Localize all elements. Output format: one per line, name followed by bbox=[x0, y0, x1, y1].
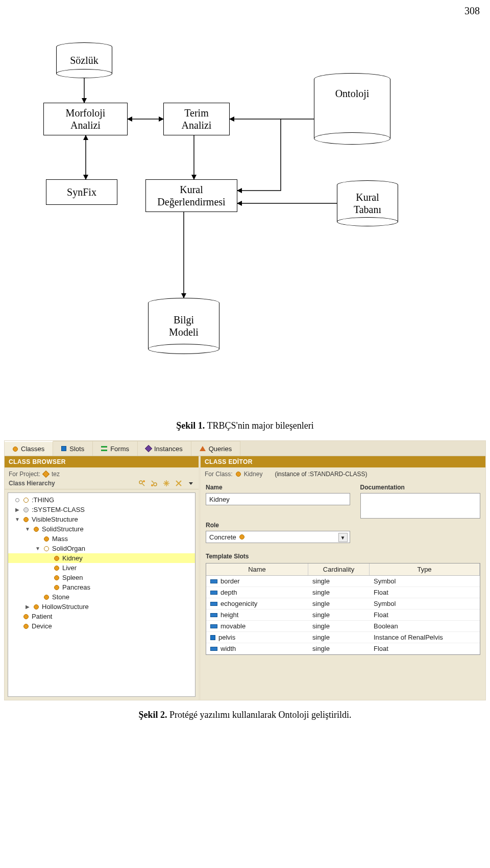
label-bilgi-modeli: Bilgi Modeli bbox=[169, 314, 199, 338]
tree-node-stone[interactable]: Stone bbox=[8, 592, 195, 602]
label-sozluk: Sözlük bbox=[70, 54, 99, 66]
slot-name: echogenicity bbox=[220, 600, 257, 607]
hierarchy-title: Class Hierarchy bbox=[9, 480, 55, 487]
label-synfix: SynFix bbox=[67, 186, 96, 198]
tab-forms[interactable]: Forms bbox=[93, 441, 138, 456]
tab-label: Forms bbox=[110, 445, 129, 453]
tab-classes[interactable]: Classes bbox=[5, 441, 53, 456]
tree-node--system-class[interactable]: ▶:SYSTEM-CLASS bbox=[8, 505, 195, 514]
expanded-icon[interactable]: ▼ bbox=[35, 546, 41, 552]
box-kural-degerlendirmesi: Kural Değerlendirmesi bbox=[145, 179, 237, 212]
create-class-icon[interactable] bbox=[163, 480, 170, 487]
tabs-bar: ClassesSlotsFormsInstancesQueries bbox=[5, 441, 485, 456]
slot-name: depth bbox=[220, 589, 237, 596]
table-row[interactable]: widthsingleFloat bbox=[206, 643, 480, 654]
tree-node-hollowstructure[interactable]: ▶HollowStructure bbox=[8, 602, 195, 612]
tree-node-liver[interactable]: Liver bbox=[8, 563, 195, 573]
name-input[interactable]: Kidney bbox=[206, 493, 350, 505]
twisty-blank bbox=[45, 584, 51, 591]
table-row[interactable]: depthsingleFloat bbox=[206, 587, 480, 598]
find-superclass-icon[interactable] bbox=[151, 480, 158, 487]
tab-label: Instances bbox=[154, 445, 183, 453]
slot-cardinality: single bbox=[308, 632, 370, 643]
tree-node-label: :SYSTEM-CLASS bbox=[32, 506, 85, 513]
abstract-class-icon bbox=[23, 498, 29, 503]
collapsed-icon[interactable]: ▶ bbox=[14, 507, 20, 513]
chevron-down-icon[interactable]: ▼ bbox=[338, 533, 348, 542]
instance-of-text: (instance of :STANDARD-CLASS) bbox=[275, 471, 367, 478]
slot-cardinality: single bbox=[308, 643, 370, 654]
expanded-icon[interactable]: ▼ bbox=[14, 517, 20, 523]
class-icon bbox=[54, 575, 59, 580]
twisty-blank[interactable] bbox=[14, 497, 20, 503]
collapsed-icon[interactable]: ▶ bbox=[24, 604, 31, 610]
slot-type: Float bbox=[370, 643, 480, 654]
tree-node-solidorgan[interactable]: ▼SolidOrgan bbox=[8, 544, 195, 553]
tree-node-pancreas[interactable]: Pancreas bbox=[8, 582, 195, 592]
tree-node-kidney[interactable]: Kidney bbox=[8, 553, 195, 563]
cylinder-ontoloji: Ontoloji bbox=[314, 73, 390, 145]
svg-point-11 bbox=[151, 484, 153, 486]
figure1-caption: Şekil 1. TRBÇS'nin major bileşenleri bbox=[0, 420, 490, 431]
figure2-caption-bold: Şekil 2. bbox=[139, 710, 167, 720]
instances-icon bbox=[145, 445, 152, 452]
tree-node-label: SolidOrgan bbox=[52, 545, 85, 552]
table-row[interactable]: pelvissingleInstance of RenalPelvis bbox=[206, 632, 480, 643]
slot-icon bbox=[210, 591, 217, 595]
table-row[interactable]: echogenicitysingleSymbol bbox=[206, 598, 480, 609]
slot-type: Symbol bbox=[370, 598, 480, 609]
protege-window: ClassesSlotsFormsInstancesQueries CLASS … bbox=[4, 440, 486, 700]
slot-icon bbox=[210, 624, 217, 628]
table-row[interactable]: heightsingleFloat bbox=[206, 609, 480, 621]
class-tree[interactable]: :THING▶:SYSTEM-CLASS▼VisibleStructure▼So… bbox=[8, 492, 195, 697]
queries-icon bbox=[200, 446, 206, 451]
slot-cardinality: single bbox=[308, 598, 370, 609]
table-row[interactable]: movablesingleBoolean bbox=[206, 621, 480, 632]
col-name[interactable]: Name bbox=[206, 564, 308, 575]
tab-instances[interactable]: Instances bbox=[138, 441, 191, 456]
forms-icon bbox=[101, 446, 107, 451]
documentation-textarea[interactable] bbox=[360, 493, 480, 519]
find-subclass-icon[interactable] bbox=[138, 480, 145, 487]
tab-queries[interactable]: Queries bbox=[191, 441, 241, 456]
figure1-caption-text: TRBÇS'nin major bileşenleri bbox=[205, 420, 313, 431]
class-icon bbox=[34, 604, 39, 609]
tree-node-visiblestructure[interactable]: ▼VisibleStructure bbox=[8, 514, 195, 524]
role-select-value: Concrete bbox=[209, 533, 236, 541]
system-class-icon bbox=[23, 507, 29, 512]
expanded-icon[interactable]: ▼ bbox=[24, 526, 31, 532]
slot-cardinality: single bbox=[308, 587, 370, 598]
for-class-row: For Class: Kidney (instance of :STANDARD… bbox=[201, 467, 485, 479]
svg-point-8 bbox=[143, 480, 145, 482]
twisty-blank bbox=[35, 594, 41, 600]
col-type[interactable]: Type bbox=[370, 564, 480, 575]
tree-node-label: Patient bbox=[32, 613, 52, 620]
tree-node-patient[interactable]: Patient bbox=[8, 612, 195, 621]
label-morfoloji: Morfoloji Analizi bbox=[66, 107, 106, 131]
slot-icon bbox=[210, 613, 217, 617]
slot-type: Instance of RenalPelvis bbox=[370, 632, 480, 643]
table-row[interactable]: bordersingleSymbol bbox=[206, 576, 480, 587]
twisty-blank bbox=[35, 536, 41, 542]
slot-cardinality: single bbox=[308, 621, 370, 631]
delete-class-icon[interactable] bbox=[175, 480, 182, 487]
col-cardinality[interactable]: Cardinality bbox=[308, 564, 370, 575]
slot-type: Float bbox=[370, 587, 480, 598]
role-select[interactable]: Concrete ▼ bbox=[206, 531, 350, 543]
tree-node-label: Kidney bbox=[62, 554, 83, 562]
tab-slots[interactable]: Slots bbox=[53, 441, 93, 456]
tree-node--thing[interactable]: :THING bbox=[8, 495, 195, 505]
hierarchy-toolbar: Class Hierarchy bbox=[5, 479, 199, 489]
classes-icon bbox=[13, 447, 18, 452]
slot-type: Boolean bbox=[370, 621, 480, 631]
tree-node-mass[interactable]: Mass bbox=[8, 534, 195, 544]
box-synfix: SynFix bbox=[46, 179, 117, 205]
cylinder-sozluk: Sözlük bbox=[56, 42, 112, 78]
slot-icon bbox=[210, 647, 217, 651]
documentation-field-label: Documentation bbox=[360, 484, 480, 491]
tree-node-solidstructure[interactable]: ▼SolidStructure bbox=[8, 524, 195, 534]
tree-node-spleen[interactable]: Spleen bbox=[8, 573, 195, 582]
tree-node-device[interactable]: Device bbox=[8, 621, 195, 631]
label-terim: Terim Analizi bbox=[182, 107, 212, 131]
menu-dropdown-icon[interactable] bbox=[187, 480, 194, 487]
